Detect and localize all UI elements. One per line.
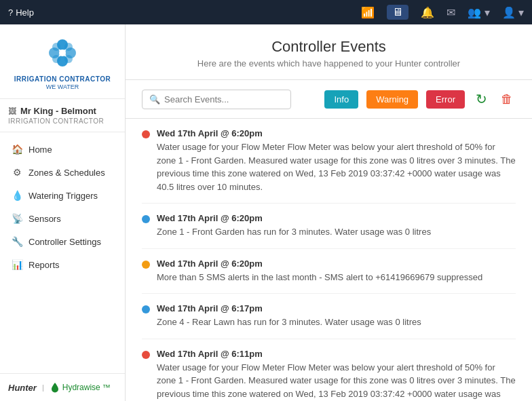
event-dot-2	[142, 261, 150, 269]
event-time-2: Wed 17th April @ 6:20pm	[157, 259, 482, 269]
event-dot-4	[142, 351, 150, 359]
user-role: IRRIGATION CONTRACTOR	[8, 117, 117, 125]
sidebar-nav: 🏠 Home ⚙ Zones & Schedules 💧 Watering Tr…	[0, 132, 125, 373]
event-content-4: Wed 17th April @ 6:11pm Water usage for …	[157, 349, 516, 402]
event-content-3: Wed 17th April @ 6:17pm Zone 4 - Rear La…	[157, 303, 421, 329]
sidebar-item-watering[interactable]: 💧 Watering Triggers	[0, 184, 125, 207]
monitor-icon[interactable]: 🖥	[387, 5, 408, 20]
search-box[interactable]: 🔍	[142, 90, 291, 109]
bell-icon[interactable]: 🔔	[421, 6, 434, 19]
svg-point-5	[64, 43, 73, 51]
watering-icon: 💧	[11, 190, 23, 201]
question-icon: ?	[8, 7, 13, 18]
help-link[interactable]: ? Help	[8, 7, 34, 18]
sidebar-footer: Hunter | Hydrawise™	[0, 373, 125, 401]
hunter-logo: Hunter	[8, 383, 37, 393]
event-content-2: Wed 17th April @ 6:20pm More than 5 SMS …	[157, 259, 482, 284]
footer-divider: |	[42, 383, 44, 392]
nav-icons: 📶 🖥 🔔 ✉ 👥 ▾ 👤 ▾	[361, 5, 524, 20]
user-name: 🖼 Mr King - Belmont	[8, 106, 117, 116]
event-dot-3	[142, 305, 150, 313]
event-message-1: Zone 1 - Front Garden has run for 3 minu…	[157, 225, 431, 239]
filter-error-button[interactable]: Error	[426, 90, 465, 109]
page-title: Controller Events	[142, 38, 516, 56]
sidebar-user: 🖼 Mr King - Belmont IRRIGATION CONTRACTO…	[0, 99, 125, 132]
event-time-4: Wed 17th April @ 6:11pm	[157, 349, 516, 359]
hydrawise-logo: Hydrawise™	[50, 382, 111, 393]
sidebar-item-zones-label: Zones & Schedules	[28, 168, 105, 178]
user-icon[interactable]: 👤 ▾	[502, 6, 524, 19]
user-avatar-icon: 🖼	[8, 107, 16, 116]
event-time-3: Wed 17th April @ 6:17pm	[157, 303, 421, 313]
brand-logo-icon	[45, 35, 80, 71]
sidebar-item-controller-label: Controller Settings	[28, 237, 101, 247]
sidebar-item-watering-label: Watering Triggers	[28, 191, 98, 201]
event-dot-1	[142, 215, 150, 223]
event-time-0: Wed 17th April @ 6:20pm	[157, 128, 516, 138]
main-content: Controller Events Here are the events wh…	[126, 24, 532, 401]
wifi-icon[interactable]: 📶	[361, 6, 375, 19]
svg-point-8	[59, 50, 66, 56]
event-content-1: Wed 17th April @ 6:20pm Zone 1 - Front G…	[157, 213, 431, 239]
sidebar: IRRIGATION CONTRACTOR WE WATER 🖼 Mr King…	[0, 24, 126, 401]
sensors-icon: 📡	[11, 213, 23, 224]
top-nav: ? Help 📶 🖥 🔔 ✉ 👥 ▾ 👤 ▾	[0, 0, 532, 24]
refresh-icon: ↻	[476, 92, 487, 107]
event-item: Wed 17th April @ 6:20pm More than 5 SMS …	[142, 249, 516, 294]
home-icon: 🏠	[11, 144, 23, 155]
controller-icon: 🔧	[11, 236, 23, 247]
sidebar-item-home-label: Home	[28, 145, 52, 155]
event-item: Wed 17th April @ 6:17pm Zone 4 - Rear La…	[142, 294, 516, 339]
event-message-0: Water usage for your Flow Meter Flow Met…	[157, 140, 516, 193]
sidebar-item-reports-label: Reports	[28, 260, 60, 270]
sidebar-item-zones[interactable]: ⚙ Zones & Schedules	[0, 161, 125, 184]
svg-point-7	[64, 55, 73, 63]
toolbar: 🔍 Info Warning Error ↻ 🗑	[126, 80, 532, 119]
event-content-0: Wed 17th April @ 6:20pm Water usage for …	[157, 128, 516, 193]
event-item: Wed 17th April @ 6:11pm Water usage for …	[142, 339, 516, 402]
event-dot-0	[142, 130, 150, 138]
event-time-1: Wed 17th April @ 6:20pm	[157, 213, 431, 223]
events-list: Wed 17th April @ 6:20pm Water usage for …	[126, 119, 532, 401]
sidebar-logo: IRRIGATION CONTRACTOR WE WATER	[0, 24, 125, 99]
sidebar-item-reports[interactable]: 📊 Reports	[0, 253, 125, 276]
event-message-3: Zone 4 - Rear Lawn has run for 3 minutes…	[157, 316, 421, 329]
filter-warning-button[interactable]: Warning	[366, 90, 418, 109]
content-header: Controller Events Here are the events wh…	[126, 24, 532, 80]
sidebar-item-sensors[interactable]: 📡 Sensors	[0, 207, 125, 230]
search-icon: 🔍	[149, 94, 160, 104]
company-name: IRRIGATION CONTRACTOR	[14, 75, 111, 83]
event-item: Wed 17th April @ 6:20pm Water usage for …	[142, 119, 516, 204]
sidebar-item-home[interactable]: 🏠 Home	[0, 138, 125, 161]
refresh-button[interactable]: ↻	[473, 88, 490, 110]
sidebar-item-controller[interactable]: 🔧 Controller Settings	[0, 230, 125, 253]
event-message-4: Water usage for your Flow Meter Flow Met…	[157, 361, 516, 402]
trash-icon: 🗑	[501, 92, 513, 106]
filter-info-button[interactable]: Info	[324, 90, 358, 109]
sidebar-item-sensors-label: Sensors	[28, 214, 61, 224]
search-input[interactable]	[164, 94, 284, 104]
hydrawise-droplet-icon	[50, 382, 60, 393]
event-message-2: More than 5 SMS alerts in the last month…	[157, 271, 482, 284]
event-item: Wed 17th April @ 6:20pm Zone 1 - Front G…	[142, 204, 516, 249]
help-label: Help	[16, 7, 34, 18]
svg-point-4	[52, 43, 60, 51]
mail-icon[interactable]: ✉	[446, 6, 455, 19]
zones-icon: ⚙	[11, 167, 23, 178]
page-subtitle: Here are the events which have happened …	[142, 58, 516, 69]
svg-point-6	[52, 55, 60, 63]
users-icon[interactable]: 👥 ▾	[468, 6, 489, 19]
reports-icon: 📊	[11, 259, 23, 270]
company-tagline: WE WATER	[46, 83, 79, 90]
delete-button[interactable]: 🗑	[498, 90, 516, 109]
